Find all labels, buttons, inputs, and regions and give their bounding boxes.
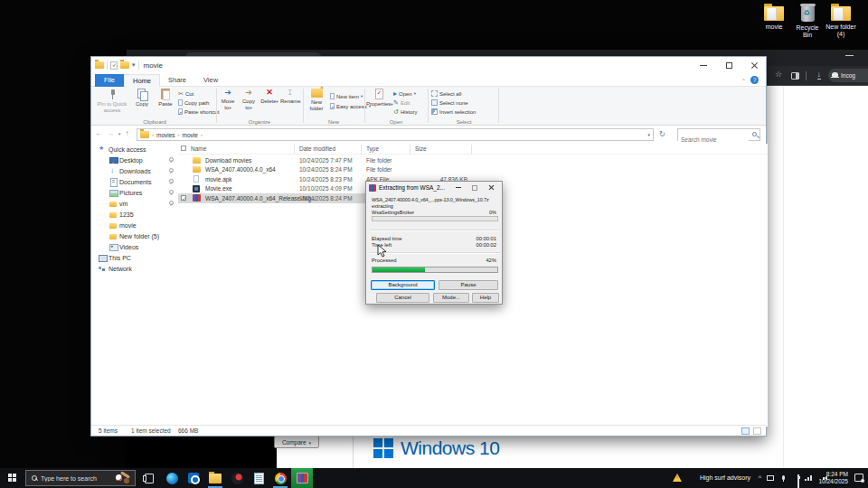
taskbar-icon-winrar[interactable]	[291, 468, 313, 488]
taskbar-icon-app-dark[interactable]	[226, 471, 248, 485]
select-all-checkbox[interactable]	[181, 145, 186, 151]
pause-button[interactable]: Pause	[439, 280, 498, 290]
rename-button[interactable]: ⌶ Rename	[280, 89, 300, 105]
sidebar-item-1235[interactable]: 1235	[91, 209, 178, 220]
search-box[interactable]	[677, 128, 760, 141]
help-icon[interactable]: ?	[750, 76, 759, 84]
move-to-button[interactable]: ➔ Move to▾	[218, 89, 238, 111]
column-header-type[interactable]: Type	[366, 145, 379, 152]
sidebar-item-label: Network	[108, 266, 132, 272]
taskbar-icon-chrome[interactable]	[269, 471, 291, 485]
large-icons-view-button[interactable]	[753, 427, 761, 435]
details-view-button[interactable]	[741, 427, 750, 435]
dialog-minimize-button[interactable]	[450, 182, 466, 193]
customize-qat-chevron-icon[interactable]: ▾	[132, 61, 136, 69]
properties-button[interactable]: Properties▾	[366, 89, 392, 108]
invert-selection-button[interactable]: Invert selection	[431, 108, 476, 116]
select-none-button[interactable]: Select none	[431, 99, 468, 107]
help-button[interactable]: Help	[472, 293, 499, 303]
taskbar-clock[interactable]: 8:24 PM 10/24/2025	[818, 471, 848, 485]
desktop-icon-recycle-bin[interactable]: Recycle Bin	[791, 5, 824, 39]
paste-shortcut-button[interactable]: Paste shortcut	[178, 108, 219, 116]
bookmark-star-icon[interactable]: ☆	[775, 70, 782, 79]
sidebar-item-network[interactable]: Network	[91, 263, 178, 274]
dialog-close-button[interactable]	[484, 182, 499, 193]
weather-advisory-text[interactable]: High surf advisory	[700, 474, 750, 481]
weather-warning-icon[interactable]	[673, 474, 682, 482]
sidebar-item-quick-access[interactable]: Quick access	[91, 144, 178, 155]
taskbar-icon-explorer[interactable]	[204, 471, 226, 485]
maximize-button[interactable]	[717, 57, 741, 74]
breadcrumb-item[interactable]: movie	[183, 132, 198, 138]
start-button[interactable]	[8, 474, 17, 483]
pin-to-quick-access-button[interactable]: Pin to Quick access	[95, 89, 129, 113]
tab-share[interactable]: Share	[160, 74, 194, 87]
cut-button[interactable]: ✂Cut	[178, 89, 193, 98]
up-button[interactable]: ↑	[126, 129, 129, 137]
browser-minimize-button[interactable]	[845, 55, 854, 56]
copy-button[interactable]: Copy	[131, 89, 153, 108]
side-panel-icon[interactable]	[791, 72, 799, 80]
task-view-button[interactable]	[143, 473, 153, 483]
new-folder-icon[interactable]	[120, 61, 129, 69]
minimize-button[interactable]	[692, 57, 715, 74]
sidebar-item-videos[interactable]: Videos	[91, 241, 178, 252]
copy-to-button[interactable]: ➔ Copy to▾	[239, 89, 259, 111]
new-folder-button[interactable]: New folder	[305, 89, 328, 111]
background-button[interactable]: Background	[371, 280, 435, 290]
history-button[interactable]: ↺History	[393, 108, 418, 116]
tab-view[interactable]: View	[194, 74, 227, 87]
sidebar-item-label: movie	[119, 222, 137, 229]
column-header-size[interactable]: Size	[415, 145, 427, 152]
back-button[interactable]: ←	[95, 129, 102, 137]
close-button[interactable]	[742, 57, 766, 74]
taskbar-search-input[interactable]	[41, 475, 111, 482]
display-icon[interactable]	[767, 475, 774, 481]
mode-button[interactable]: Mode...	[433, 293, 469, 303]
sidebar-item-new-folder-5-[interactable]: New folder (5)	[91, 230, 178, 241]
breadcrumb-item[interactable]: movies	[156, 132, 175, 138]
tab-home[interactable]: Home	[124, 74, 160, 87]
tab-file[interactable]: File	[95, 74, 124, 87]
sidebar-item-desktop[interactable]: Desktop	[91, 155, 178, 165]
column-header-date[interactable]: Date modified	[299, 145, 335, 152]
tray-expand-chevron-icon[interactable]: ^	[759, 474, 761, 481]
cancel-button[interactable]: Cancel	[376, 293, 429, 303]
network-icon[interactable]	[805, 475, 812, 481]
new-item-button[interactable]: New item▾	[330, 92, 363, 100]
notification-center-icon[interactable]	[854, 474, 863, 482]
battery-icon[interactable]	[797, 474, 799, 488]
taskbar-icon-edge[interactable]	[161, 471, 183, 485]
desktop-icon-movie[interactable]: movie	[758, 5, 790, 31]
edit-button[interactable]: ✎Edit	[393, 99, 410, 107]
column-header-name[interactable]: Name	[191, 145, 206, 152]
select-all-button[interactable]: Select all	[431, 89, 461, 98]
properties-icon[interactable]	[110, 61, 118, 70]
sidebar-item-movie[interactable]: movie	[91, 220, 178, 230]
file-row[interactable]: WSA_2407.40000.4.0_x6410/24/2025 8:24 PM…	[178, 165, 768, 175]
paste-button[interactable]: Paste	[155, 89, 176, 108]
sidebar-item-downloads[interactable]: Downloads	[91, 165, 178, 176]
taskbar-icon-notepad[interactable]	[248, 471, 269, 485]
taskbar-search-box[interactable]	[25, 470, 136, 486]
forward-button[interactable]: →	[107, 129, 114, 137]
recent-locations-chevron-icon[interactable]: ▾	[118, 131, 121, 136]
address-dropdown-chevron-icon[interactable]: ▾	[647, 132, 650, 137]
copy-path-button[interactable]: Copy path	[178, 99, 209, 107]
checkbox-checked-icon[interactable]: ✓	[181, 195, 186, 201]
collapse-ribbon-icon[interactable]: ⌃	[741, 78, 746, 84]
open-button[interactable]: ▸Open▾	[393, 89, 416, 98]
file-row[interactable]: Download movies10/24/2025 7:47 PMFile fo…	[178, 155, 768, 165]
desktop-icon-new-folder[interactable]: New folder (4)	[825, 5, 857, 38]
sidebar-item-pictures[interactable]: Pictures	[91, 187, 178, 198]
download-icon[interactable]: ↓	[817, 70, 822, 80]
delete-button[interactable]: ✕ Delete▾	[259, 89, 279, 106]
sidebar-item-vm[interactable]: vm	[91, 198, 178, 209]
microphone-icon[interactable]	[782, 475, 785, 480]
refresh-icon[interactable]: ↻	[659, 130, 665, 139]
sidebar-item-documents[interactable]: Documents	[91, 176, 178, 187]
compare-button[interactable]: Compare▾	[274, 436, 319, 448]
sidebar-item-this-pc[interactable]: This PC	[91, 252, 178, 263]
taskbar-icon-outlook[interactable]	[183, 471, 204, 485]
breadcrumb[interactable]: › movies › movie › ▾	[137, 128, 654, 141]
